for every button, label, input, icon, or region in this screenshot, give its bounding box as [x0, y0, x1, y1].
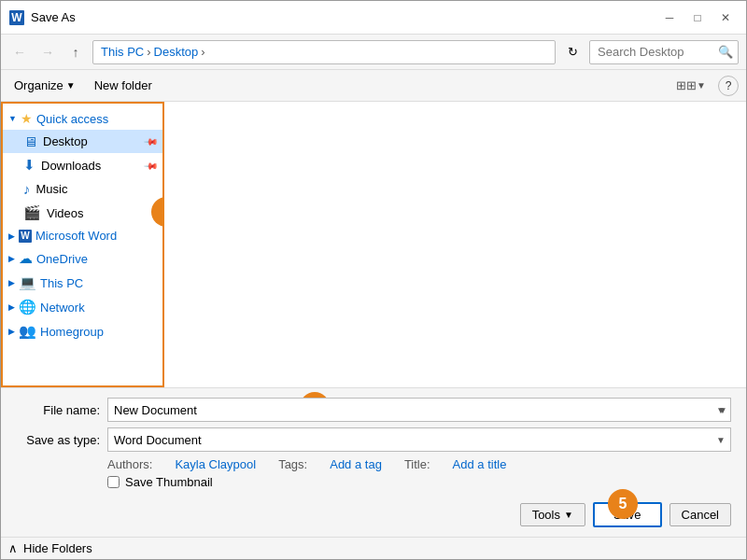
network-chevron-icon: ▶	[8, 302, 15, 312]
sidebar-item-desktop[interactable]: 🖥 Desktop 📌	[3, 130, 162, 153]
cancel-button[interactable]: Cancel	[669, 503, 731, 526]
minimize-button[interactable]: ─	[656, 7, 683, 28]
desktop-pin-icon: 📌	[144, 133, 159, 148]
downloads-icon: ⬇	[23, 157, 35, 174]
downloads-pin-icon: 📌	[144, 158, 159, 173]
savetype-select[interactable]: Word Document	[107, 427, 731, 452]
filename-label: File name:	[16, 403, 100, 417]
back-button[interactable]: ←	[8, 41, 31, 63]
view-controls: ⊞⊞ ▼ ?	[671, 76, 739, 96]
msword-chevron-icon: ▶	[8, 231, 15, 241]
view-grid-icon: ⊞⊞	[676, 78, 697, 92]
network-label: Network	[40, 301, 85, 315]
desktop-icon: 🖥	[23, 133, 37, 149]
tags-value[interactable]: Add a tag	[330, 457, 382, 471]
msword-icon: W	[19, 230, 32, 243]
authors-value[interactable]: Kayla Claypool	[175, 457, 256, 471]
address-bar: ← → ↑ This PC › Desktop › ↻ 🔍	[1, 35, 746, 70]
homegroup-label: Homegroup	[40, 325, 104, 339]
close-button[interactable]: ✕	[712, 7, 739, 28]
thumbnail-label: Save Thumbnail	[125, 475, 213, 489]
music-label: Music	[36, 182, 68, 196]
organize-chevron-icon: ▼	[66, 80, 76, 91]
maximize-button[interactable]: □	[684, 7, 711, 28]
path-sep1: ›	[147, 45, 150, 59]
title-value[interactable]: Add a title	[453, 457, 507, 471]
downloads-label: Downloads	[41, 159, 101, 173]
title-label: Title:	[404, 457, 430, 471]
up-icon: ↑	[73, 45, 79, 60]
sidebar-item-music[interactable]: ♪ Music	[3, 177, 162, 201]
hide-folders-bar[interactable]: ∧ Hide Folders	[1, 537, 746, 559]
new-folder-label: New folder	[94, 78, 152, 92]
tools-chevron-icon: ▼	[564, 510, 573, 520]
search-icon: 🔍	[718, 45, 733, 59]
filename-input[interactable]	[107, 398, 731, 422]
quick-access-icon: ★	[21, 111, 33, 126]
path-sep2: ›	[201, 45, 204, 59]
file-area	[164, 102, 746, 387]
network-icon: 🌐	[19, 299, 36, 315]
quick-access-chevron-icon: ▼	[8, 114, 17, 123]
refresh-button[interactable]: ↻	[561, 41, 584, 63]
onedrive-icon: ☁	[19, 250, 33, 267]
new-folder-button[interactable]: New folder	[89, 76, 158, 95]
word-icon: W	[9, 10, 24, 25]
meta-row: Authors: Kayla Claypool Tags: Add a tag …	[107, 457, 731, 471]
main-content: 3 ▼ ★ Quick access 🖥 Desktop 📌 ⬇ Downloa…	[1, 102, 746, 387]
save-as-dialog: W Save As ─ □ ✕ ← → ↑ This PC › Desktop …	[0, 0, 747, 560]
bottom-panel: 4 File name: ▼ Save as type: Word Docume…	[1, 387, 746, 537]
sidebar-item-videos[interactable]: 🎬 Videos	[3, 201, 162, 225]
tools-label: Tools	[532, 508, 560, 522]
thispc-label: This PC	[40, 276, 83, 290]
view-chevron-icon: ▼	[697, 80, 706, 91]
toolbar: Organize ▼ New folder ⊞⊞ ▼ ?	[1, 70, 746, 102]
savetype-row: Save as type: Word Document	[16, 427, 731, 452]
thispc-icon: 💻	[19, 274, 36, 291]
help-button[interactable]: ?	[718, 76, 739, 96]
filename-row: File name: ▼	[16, 398, 731, 422]
address-path[interactable]: This PC › Desktop ›	[92, 40, 556, 64]
tools-button[interactable]: Tools ▼	[520, 503, 585, 526]
sidebar-quick-access-header[interactable]: ▼ ★ Quick access	[3, 107, 162, 130]
sidebar-section-quick-access: ▼ ★ Quick access 🖥 Desktop 📌 ⬇ Downloads…	[3, 107, 162, 225]
onedrive-label: OneDrive	[36, 252, 88, 266]
savetype-label: Save as type:	[16, 433, 100, 447]
search-wrapper: 🔍	[589, 40, 739, 64]
videos-icon: 🎬	[23, 204, 41, 221]
sidebar-item-this-pc[interactable]: ▶ 💻 This PC	[3, 271, 162, 295]
sidebar-item-downloads[interactable]: ⬇ Downloads 📌	[3, 153, 162, 177]
back-icon: ←	[13, 45, 26, 60]
quick-access-label: Quick access	[36, 112, 108, 126]
savetype-wrapper: Word Document	[107, 427, 731, 452]
thumbnail-checkbox[interactable]	[107, 476, 120, 488]
onedrive-chevron-icon: ▶	[8, 254, 15, 263]
view-toggle-button[interactable]: ⊞⊞ ▼	[671, 76, 711, 95]
forward-icon: →	[41, 45, 54, 60]
save-label: Save	[613, 508, 641, 522]
thumbnail-row: Save Thumbnail	[107, 475, 731, 489]
cancel-label: Cancel	[682, 508, 719, 522]
videos-label: Videos	[47, 206, 84, 220]
search-input[interactable]	[589, 40, 739, 64]
path-desktop: Desktop	[154, 45, 199, 59]
forward-button[interactable]: →	[36, 41, 59, 63]
homegroup-icon: 👥	[19, 323, 36, 340]
authors-label: Authors:	[107, 457, 152, 471]
organize-button[interactable]: Organize ▼	[8, 76, 81, 95]
sidebar-item-onedrive[interactable]: ▶ ☁ OneDrive	[3, 246, 162, 271]
sidebar: 3 ▼ ★ Quick access 🖥 Desktop 📌 ⬇ Downloa…	[1, 102, 164, 387]
desktop-label: Desktop	[43, 134, 88, 148]
music-icon: ♪	[23, 181, 31, 197]
hide-folders-chevron-icon: ∧	[8, 541, 18, 555]
save-button[interactable]: Save	[593, 502, 662, 527]
window-controls: ─ □ ✕	[656, 7, 739, 28]
filename-wrapper: ▼	[107, 398, 731, 422]
hide-folders-label: Hide Folders	[23, 541, 92, 555]
sidebar-item-homegroup[interactable]: ▶ 👥 Homegroup	[3, 319, 162, 343]
title-bar: W Save As ─ □ ✕	[1, 1, 746, 35]
sidebar-item-microsoft-word[interactable]: ▶ W Microsoft Word	[3, 225, 162, 246]
tags-label: Tags:	[278, 457, 307, 471]
sidebar-item-network[interactable]: ▶ 🌐 Network	[3, 295, 162, 319]
up-button[interactable]: ↑	[64, 41, 87, 63]
